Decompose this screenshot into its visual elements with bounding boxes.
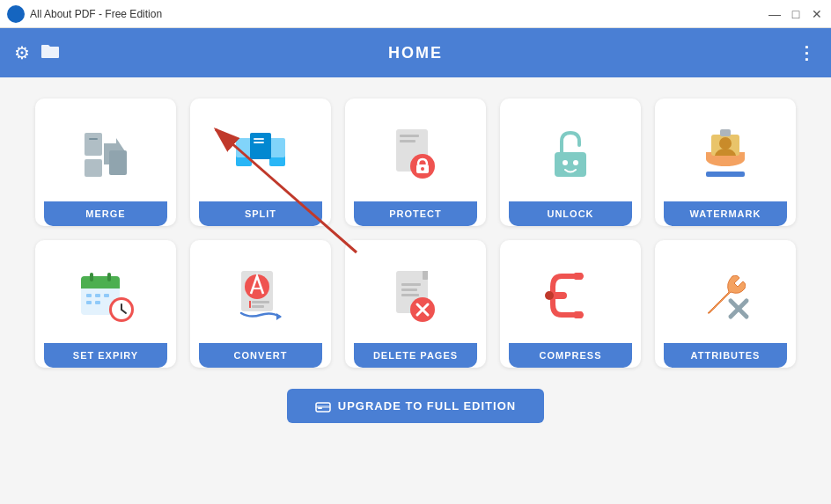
split-button[interactable]: SPLIT	[199, 201, 322, 226]
convert-icon	[232, 267, 289, 324]
setexpiry-icon-area	[44, 258, 167, 332]
svg-rect-33	[104, 294, 109, 297]
svg-rect-5	[109, 150, 127, 175]
tool-card-unlock[interactable]: UNLOCK	[500, 99, 641, 226]
tool-card-convert[interactable]: CONVERT	[190, 240, 331, 368]
svg-point-20	[563, 160, 568, 165]
deletepages-button[interactable]: DELETE PAGES	[354, 343, 477, 368]
tool-card-merge[interactable]: MERGE	[35, 99, 176, 226]
tool-card-watermark[interactable]: WATERMARK	[655, 99, 796, 226]
title-bar: All About PDF - Free Edition — □ ✕	[0, 0, 831, 28]
tool-card-setexpiry[interactable]: SET EXPIRY	[35, 240, 176, 368]
svg-rect-11	[254, 138, 264, 140]
compress-button[interactable]: COMPRESS	[509, 343, 632, 368]
svg-rect-53	[401, 294, 419, 296]
svg-rect-58	[574, 311, 583, 318]
unlock-button[interactable]: UNLOCK	[509, 201, 632, 226]
svg-rect-65	[318, 407, 322, 409]
svg-rect-12	[254, 142, 264, 143]
svg-rect-10	[250, 133, 271, 159]
merge-icon	[77, 126, 134, 182]
unlock-icon	[546, 126, 595, 182]
svg-rect-31	[86, 294, 92, 297]
tool-card-split[interactable]: SPLIT	[190, 99, 331, 226]
svg-rect-14	[400, 135, 419, 137]
tool-card-attributes[interactable]: ATTRIBUTES	[655, 240, 796, 368]
svg-point-18	[421, 167, 424, 171]
tool-card-compress[interactable]: COMPRESS	[500, 240, 641, 368]
svg-point-25	[719, 137, 732, 150]
tool-grid: MERGE SPLIT	[35, 99, 796, 368]
svg-rect-57	[574, 273, 583, 280]
folder-icon[interactable]	[40, 43, 60, 63]
watermark-button[interactable]: WATERMARK	[664, 201, 787, 226]
app-header: ⚙ HOME ⋮	[0, 28, 831, 77]
svg-rect-3	[89, 138, 98, 140]
svg-rect-52	[401, 289, 417, 291]
svg-rect-2	[85, 133, 102, 156]
upgrade-label: UPGRADE TO FULL EDITION	[338, 399, 516, 413]
deletepages-icon	[389, 267, 442, 324]
settings-icon[interactable]: ⚙	[14, 42, 30, 63]
split-icon	[232, 126, 289, 182]
setexpiry-button[interactable]: SET EXPIRY	[44, 343, 167, 368]
svg-rect-34	[86, 301, 92, 304]
protect-icon	[389, 126, 442, 182]
setexpiry-icon	[77, 269, 134, 322]
main-content: MERGE SPLIT	[0, 77, 831, 504]
svg-rect-15	[400, 140, 416, 142]
attributes-icon-area	[664, 258, 787, 332]
upgrade-button[interactable]: UPGRADE TO FULL EDITION	[287, 389, 544, 423]
svg-rect-37	[107, 273, 111, 281]
attributes-button[interactable]: ATTRIBUTES	[664, 343, 787, 368]
watermark-icon-area	[664, 116, 787, 191]
svg-rect-19	[555, 152, 586, 177]
header-left: ⚙	[14, 42, 60, 63]
maximize-button[interactable]: □	[789, 7, 803, 21]
svg-rect-30	[81, 283, 120, 289]
tool-card-deletepages[interactable]: DELETE PAGES	[345, 240, 486, 368]
svg-rect-27	[706, 172, 745, 177]
convert-icon-area	[199, 258, 322, 332]
compress-icon-area	[509, 258, 632, 332]
more-options-icon[interactable]: ⋮	[798, 42, 817, 63]
svg-rect-9	[269, 138, 285, 157]
svg-point-21	[573, 160, 578, 165]
svg-rect-51	[401, 283, 421, 286]
merge-button[interactable]: MERGE	[44, 201, 167, 226]
window-title: All About PDF - Free Edition	[30, 8, 768, 20]
split-icon-area	[199, 116, 322, 191]
svg-rect-32	[95, 294, 100, 297]
svg-rect-36	[90, 273, 93, 281]
convert-button[interactable]: CONVERT	[199, 343, 322, 368]
app-logo	[7, 5, 25, 23]
svg-rect-50	[423, 271, 428, 280]
compress-icon	[544, 269, 597, 322]
deletepages-icon-area	[354, 258, 477, 332]
watermark-icon	[699, 126, 752, 182]
unlock-icon-area	[509, 116, 632, 191]
svg-rect-47	[252, 305, 264, 308]
merge-icon-area	[44, 116, 167, 191]
protect-button[interactable]: PROTECT	[354, 201, 477, 226]
attributes-icon	[699, 269, 752, 322]
window-controls: — □ ✕	[768, 7, 824, 21]
protect-icon-area	[354, 116, 477, 191]
minimize-button[interactable]: —	[768, 7, 782, 21]
close-button[interactable]: ✕	[810, 7, 824, 21]
upgrade-icon	[315, 400, 331, 413]
svg-rect-7	[236, 138, 252, 157]
svg-point-60	[545, 291, 554, 300]
svg-marker-48	[276, 313, 282, 320]
svg-rect-4	[85, 159, 102, 177]
svg-rect-26	[720, 129, 731, 136]
tool-card-protect[interactable]: PROTECT	[345, 99, 486, 226]
svg-rect-46	[252, 301, 269, 303]
page-title: HOME	[388, 44, 443, 62]
svg-rect-35	[95, 301, 100, 304]
